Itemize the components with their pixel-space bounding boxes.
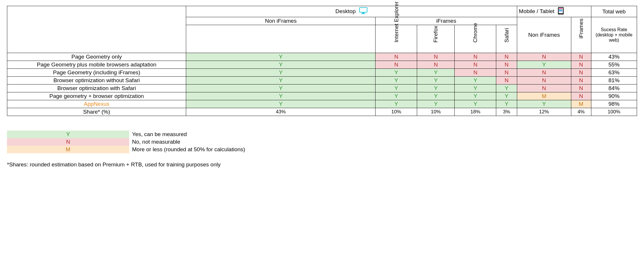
svg-rect-13 [561, 10, 562, 11]
row-label: Browser optimization with Safari [7, 85, 186, 92]
rate: 55% [591, 61, 637, 69]
cell: Y [417, 92, 455, 100]
header-success-rate: Sucess Rate (desktop + mobile web) [591, 17, 637, 53]
cell: N [417, 61, 455, 69]
cell: Y [186, 77, 376, 85]
row-label: AppNexus [7, 100, 186, 108]
cell: M [517, 92, 571, 100]
cell: Y [517, 61, 571, 69]
cell: N [455, 53, 496, 61]
cell: N [417, 53, 455, 61]
cell: Y [186, 100, 376, 108]
cell: N [376, 53, 417, 61]
cell: Y [186, 92, 376, 100]
rate: 81% [591, 77, 637, 85]
table-row: Page geometry + browser optimization Y Y… [7, 92, 637, 100]
cell: N [496, 53, 517, 61]
cell: Y [417, 77, 455, 85]
svg-rect-10 [561, 9, 562, 10]
cell: Y [186, 69, 376, 77]
legend-text-more: More or less (rounded at 50% for calcula… [129, 146, 248, 153]
header-mobile-noniframes: Non iFrames [517, 17, 571, 53]
header-browser-ie: Internet Explorer [376, 25, 417, 53]
table-row-appnexus: AppNexus Y Y Y Y Y Y M 98% [7, 100, 637, 108]
legend: Y Yes, can be measured N No, not measura… [7, 131, 637, 153]
cell: Y [186, 61, 376, 69]
share-cell: 43% [186, 108, 376, 116]
cell: Y [496, 85, 517, 92]
cell: Y [496, 92, 517, 100]
share-label: Share* (%) [7, 108, 186, 116]
share-cell: 3% [496, 108, 517, 116]
cell: N [455, 61, 496, 69]
desktop-icon [359, 7, 368, 16]
cell: N [517, 69, 571, 77]
rate: 84% [591, 85, 637, 92]
svg-rect-11 [559, 10, 560, 11]
share-total: 100% [591, 108, 637, 116]
cell: Y [376, 92, 417, 100]
share-cell: 10% [376, 108, 417, 116]
cell: Y [496, 100, 517, 108]
legend-row-yes: Y Yes, can be measured [7, 131, 248, 138]
svg-rect-6 [560, 8, 561, 9]
table-row: Browser optimization without Safari Y Y … [7, 77, 637, 85]
cell: N [571, 69, 591, 77]
table-row: Page Geometry plus mobile browsers adapt… [7, 61, 637, 69]
cell: Y [186, 53, 376, 61]
cell: Y [417, 85, 455, 92]
viewability-matrix-table: Desktop Mobile / Tablet Total web Non iF… [7, 6, 637, 116]
share-cell: 18% [455, 108, 496, 116]
cell: N [571, 77, 591, 85]
header-mobile: Mobile / Tablet [517, 6, 591, 17]
rate: 98% [591, 100, 637, 108]
legend-row-no: N No, not measurable [7, 138, 248, 146]
cell: N [376, 61, 417, 69]
cell: Y [517, 100, 571, 108]
header-mobile-iframes: iFrames [571, 17, 591, 53]
legend-swatch-more: M [7, 146, 129, 153]
header-desktop-noniframes: Non iFrames [186, 17, 376, 25]
share-cell: 10% [417, 108, 455, 116]
cell: Y [455, 85, 496, 92]
header-browser-sf: Safari [496, 25, 517, 53]
tablet-icon [558, 7, 564, 16]
cell: Y [455, 92, 496, 100]
row-label: Page Geometry only [7, 53, 186, 61]
cell: N [455, 69, 496, 77]
cell: N [571, 53, 591, 61]
cell: N [496, 77, 517, 85]
cell: Y [186, 85, 376, 92]
cell: N [517, 85, 571, 92]
cell: N [571, 61, 591, 69]
svg-rect-0 [360, 8, 367, 12]
legend-text-yes: Yes, can be measured [129, 131, 248, 138]
cell: Y [417, 100, 455, 108]
header-browser-ff: Firefox [417, 25, 455, 53]
svg-rect-5 [559, 8, 560, 9]
legend-row-more: M More or less (rounded at 50% for calcu… [7, 146, 248, 153]
cell: Y [417, 69, 455, 77]
rate: 43% [591, 53, 637, 61]
rate: 90% [591, 92, 637, 100]
legend-text-no: No, not measurable [129, 138, 248, 146]
legend-swatch-yes: Y [7, 131, 129, 138]
row-label: Browser optimization without Safari [7, 77, 186, 85]
svg-rect-8 [559, 9, 560, 10]
cell: N [496, 61, 517, 69]
row-label: Page geometry + browser optimization [7, 92, 186, 100]
cell: Y [455, 77, 496, 85]
empty-corner [7, 6, 186, 53]
cell: Y [376, 85, 417, 92]
footnote: *Shares: rounded estimation based on Pre… [7, 161, 637, 168]
header-desktop-label: Desktop [335, 8, 356, 14]
table-row: Page Geometry only Y N N N N N N 43% [7, 53, 637, 61]
svg-rect-12 [560, 10, 561, 11]
header-mobile-label: Mobile / Tablet [519, 8, 554, 14]
cell: N [517, 53, 571, 61]
legend-swatch-no: N [7, 138, 129, 146]
header-total-web: Total web [591, 6, 637, 17]
svg-point-14 [561, 14, 561, 14]
svg-rect-9 [560, 9, 561, 10]
share-cell: 4% [571, 108, 591, 116]
